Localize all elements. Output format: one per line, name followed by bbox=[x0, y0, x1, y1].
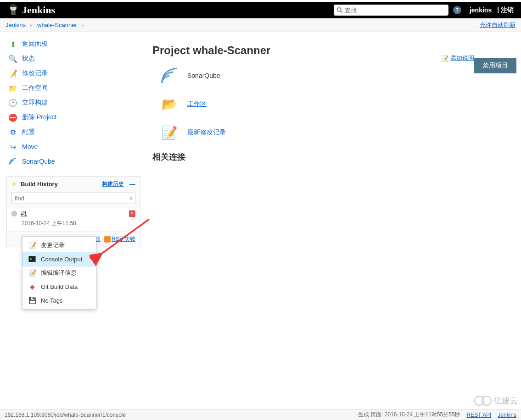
breadcrumb-root[interactable]: Jenkins bbox=[6, 22, 26, 28]
svg-rect-1 bbox=[11, 11, 16, 15]
collapse-icon[interactable]: — bbox=[129, 181, 135, 188]
sidebar-back-label: 返回面板 bbox=[22, 40, 48, 48]
sidebar-move-label: Move bbox=[22, 143, 38, 150]
sidebar-changes-label: 修改记录 bbox=[22, 69, 48, 77]
related-links-heading: 相关连接 bbox=[152, 151, 515, 162]
clock-play-icon: 🕑 bbox=[8, 98, 17, 107]
terminal-icon: >_ bbox=[28, 255, 36, 263]
sidebar-configure-label: 配置 bbox=[22, 128, 35, 136]
sidebar-status-label: 状态 bbox=[22, 55, 35, 63]
sidebar: ⬆返回面板 🔍状态 📝修改记录 📁工作空间 🕑立即构建 ⛔删除 Project … bbox=[0, 32, 147, 409]
history-find: x bbox=[11, 193, 135, 204]
chevron-right-icon: ▸ bbox=[30, 22, 33, 28]
menu-gitdata-label: Git Build Data bbox=[41, 283, 78, 290]
sidebar-back[interactable]: ⬆返回面板 bbox=[0, 37, 147, 51]
breadcrumb-project[interactable]: whale-Scanner bbox=[37, 22, 77, 28]
menu-edit-info[interactable]: 📝编辑编译信息 bbox=[22, 266, 96, 280]
add-description-link[interactable]: 📝添加说明 bbox=[441, 54, 474, 62]
breadcrumb: Jenkins ▸ whale-Scanner ▸ 允许自动刷新 bbox=[0, 18, 521, 32]
main-panel: Project whale-Scanner 📝添加说明 禁用项目 SonarQu… bbox=[147, 32, 521, 409]
brand-text: Jenkins bbox=[22, 4, 55, 16]
sidebar-workspace-label: 工作空间 bbox=[22, 84, 48, 92]
menu-changes-label: 变更记录 bbox=[41, 241, 65, 249]
delete-build-icon[interactable]: × bbox=[129, 210, 135, 217]
top-actions: 📝添加说明 禁用项目 bbox=[441, 54, 516, 73]
build-row[interactable]: #1 × bbox=[7, 208, 140, 219]
sidebar-delete-label: 删除 Project bbox=[22, 113, 56, 122]
build-history-head: ☀ Build History 构建历史 — bbox=[7, 177, 140, 192]
build-status-ball-icon bbox=[11, 211, 17, 216]
recent-changes-label: 最新修改记录 bbox=[187, 128, 226, 137]
menu-editinfo-label: 编辑编译信息 bbox=[41, 269, 77, 277]
logo[interactable]: Jenkins bbox=[7, 3, 55, 17]
git-icon: ◆ bbox=[28, 282, 36, 291]
sidebar-configure[interactable]: ⚙配置 bbox=[0, 125, 147, 139]
chevron-right-icon: ▸ bbox=[82, 22, 84, 28]
sidebar-buildnow-label: 立即构建 bbox=[22, 99, 48, 107]
notepad-icon: 📝 bbox=[28, 241, 36, 249]
help-icon[interactable]: ? bbox=[453, 6, 461, 14]
search-box[interactable] bbox=[334, 5, 448, 16]
rss-icon bbox=[104, 236, 111, 243]
no-entry-icon: ⛔ bbox=[8, 113, 17, 122]
disable-project-button[interactable]: 禁用项目 bbox=[474, 58, 516, 73]
workspace-link[interactable]: 📂 工作区 bbox=[160, 94, 515, 114]
menu-console-output[interactable]: >_Console Output bbox=[22, 252, 96, 266]
sidebar-build-now[interactable]: 🕑立即构建 bbox=[0, 95, 147, 110]
clear-icon[interactable]: x bbox=[130, 194, 133, 201]
sidebar-status[interactable]: 🔍状态 bbox=[0, 51, 147, 66]
notepad-icon: 📝 bbox=[8, 69, 17, 78]
history-find-input[interactable] bbox=[11, 193, 135, 204]
gear-icon: ⚙ bbox=[8, 127, 17, 137]
enable-autorefresh[interactable]: 允许自动刷新 bbox=[480, 21, 515, 29]
logout-link[interactable]: | 注销 bbox=[497, 6, 514, 14]
jenkins-version-link[interactable]: Jenkins bbox=[498, 412, 516, 418]
generated-timestamp: 生成 页面: 2016-10-24 上午11时55分55秒 bbox=[358, 411, 460, 419]
move-icon: ↪ bbox=[8, 142, 17, 151]
status-url: 192.168.1.109:8080/job/whale-Scanner/1/c… bbox=[5, 412, 126, 418]
svg-line-4 bbox=[341, 11, 342, 13]
edit-icon: 📝 bbox=[441, 55, 448, 62]
menu-no-tags[interactable]: 💾No Tags bbox=[22, 293, 96, 307]
up-arrow-icon: ⬆ bbox=[8, 39, 17, 49]
menu-console-label: Console Output bbox=[41, 256, 82, 263]
search-icon: 🔍 bbox=[8, 54, 17, 63]
topbar: Jenkins ? jenkins | 注销 bbox=[0, 0, 521, 18]
build-trend-link[interactable]: 构建历史 bbox=[102, 180, 124, 188]
menu-git-data[interactable]: ◆Git Build Data bbox=[22, 280, 96, 293]
recent-changes-link[interactable]: 📝 最新修改记录 bbox=[160, 123, 515, 142]
jenkins-icon bbox=[7, 3, 19, 17]
menu-notags-label: No Tags bbox=[41, 297, 62, 304]
svg-point-3 bbox=[337, 8, 341, 11]
notepad-icon: 📝 bbox=[28, 269, 36, 277]
sidebar-move[interactable]: ↪Move bbox=[0, 139, 147, 154]
logout-text: 注销 bbox=[501, 6, 514, 13]
search-icon bbox=[336, 7, 343, 13]
sonar-icon bbox=[160, 66, 179, 85]
build-number[interactable]: #1 bbox=[21, 210, 27, 217]
folder-icon: 📁 bbox=[8, 83, 17, 93]
project-links: SonarQube 📂 工作区 📝 最新修改记录 bbox=[160, 66, 515, 142]
sonar-icon bbox=[8, 157, 17, 166]
sidebar-changes[interactable]: 📝修改记录 bbox=[0, 66, 147, 81]
svg-text:>_: >_ bbox=[30, 257, 35, 261]
sidebar-delete[interactable]: ⛔删除 Project bbox=[0, 110, 147, 125]
build-context-menu: 📝变更记录 >_Console Output 📝编辑编译信息 ◆Git Buil… bbox=[22, 236, 96, 309]
rss-fail-link[interactable]: RSS 失败 bbox=[112, 236, 135, 242]
sonar-label: SonarQube bbox=[187, 72, 220, 79]
build-date: 2016-10-24 上午11:58 bbox=[7, 219, 140, 231]
username-link[interactable]: jenkins bbox=[470, 6, 492, 14]
folder-open-icon: 📂 bbox=[160, 94, 179, 114]
footer: 192.168.1.109:8080/job/whale-Scanner/1/c… bbox=[0, 409, 521, 420]
search-input[interactable] bbox=[345, 7, 446, 14]
save-icon: 💾 bbox=[28, 296, 36, 304]
sidebar-sonar[interactable]: SonarQube bbox=[0, 154, 147, 169]
add-desc-label: 添加说明 bbox=[450, 54, 474, 62]
sun-icon: ☀ bbox=[11, 181, 17, 188]
sidebar-workspace[interactable]: 📁工作空间 bbox=[0, 81, 147, 95]
sidebar-sonar-label: SonarQube bbox=[22, 158, 55, 165]
build-history-title: Build History bbox=[21, 181, 58, 188]
rest-api-link[interactable]: REST API bbox=[467, 412, 492, 418]
menu-changes[interactable]: 📝变更记录 bbox=[22, 238, 96, 252]
workspace-label: 工作区 bbox=[187, 100, 207, 108]
